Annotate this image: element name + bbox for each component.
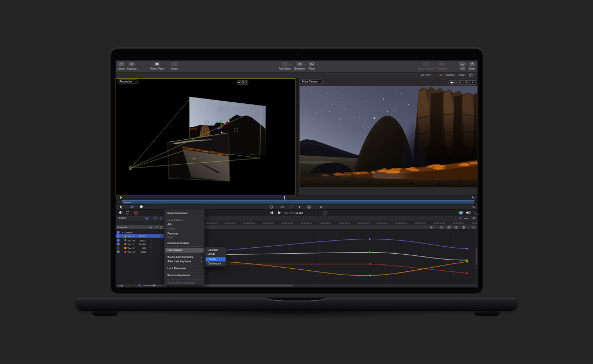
svg-text:⌄: ⌄ (301, 206, 303, 209)
svg-text:⌄: ⌄ (285, 206, 286, 209)
svg-text:⌄: ⌄ (311, 206, 313, 209)
svg-text:⌄: ⌄ (124, 206, 126, 209)
svg-text:⌄: ⌄ (139, 212, 141, 215)
svg-text:⌄: ⌄ (274, 206, 276, 209)
svg-text:⌄: ⌄ (145, 206, 146, 209)
svg-text:T: T (299, 206, 301, 209)
svg-text:⌄: ⌄ (434, 227, 436, 229)
